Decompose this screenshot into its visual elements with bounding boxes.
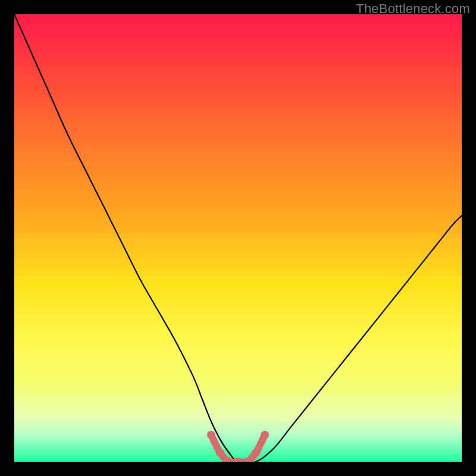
highlight-dot — [261, 431, 269, 439]
bottleneck-curve — [14, 14, 462, 462]
highlight-dot — [216, 449, 224, 457]
curve-svg — [14, 14, 462, 462]
highlight-dot — [252, 449, 260, 457]
chart-frame: TheBottleneck.com — [0, 0, 476, 476]
plot-area — [14, 14, 462, 462]
highlight-dot — [207, 431, 215, 439]
highlight-dot — [234, 458, 242, 462]
